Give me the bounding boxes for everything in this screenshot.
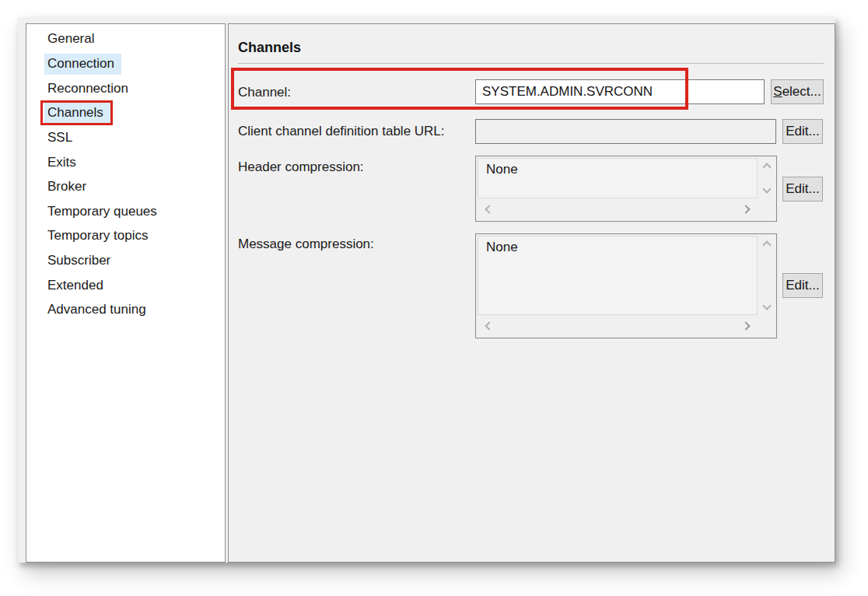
- title-separator: [238, 63, 824, 64]
- header-compression-viewport: None: [478, 158, 758, 198]
- sidebar-item-label: Temporary topics: [44, 226, 155, 247]
- header-compression-edit-button[interactable]: Edit...: [782, 177, 823, 202]
- ccdt-url-input[interactable]: [475, 119, 776, 144]
- page-background: { "annotation": { "color": "#da251d" }, …: [0, 0, 868, 596]
- ccdt-edit-button[interactable]: Edit...: [782, 119, 823, 144]
- channel-input[interactable]: [475, 79, 765, 104]
- scroll-right-icon[interactable]: [741, 205, 750, 213]
- category-list: GeneralConnectionReconnectionChannelsSSL…: [26, 24, 225, 323]
- sidebar-item-extended[interactable]: Extended: [26, 273, 225, 298]
- sidebar-item-subscriber[interactable]: Subscriber: [26, 249, 225, 274]
- sidebar-item-ssl[interactable]: SSL: [26, 126, 225, 151]
- message-compression-listbox[interactable]: None: [475, 233, 777, 338]
- sidebar-item-label: Subscriber: [44, 251, 117, 272]
- sidebar-item-connection[interactable]: Connection: [26, 52, 225, 77]
- preferences-dialog: GeneralConnectionReconnectionChannelsSSL…: [18, 17, 835, 563]
- sidebar-item-reconnection[interactable]: Reconnection: [26, 76, 225, 101]
- channel-label: Channel:: [238, 85, 291, 100]
- sidebar-item-exits[interactable]: Exits: [26, 150, 225, 175]
- sidebar-item-label: Broker: [44, 177, 93, 198]
- header-compression-label: Header compression:: [238, 160, 364, 175]
- sidebar-item-general[interactable]: General: [26, 27, 225, 52]
- sidebar-item-label: Advanced tuning: [44, 300, 153, 321]
- sidebar-item-temporary-topics[interactable]: Temporary topics: [26, 224, 225, 249]
- channels-settings-panel: Channels Channel: Select... Client chann…: [228, 23, 835, 563]
- sidebar-item-broker[interactable]: Broker: [26, 175, 225, 200]
- list-item[interactable]: None: [478, 237, 757, 256]
- scroll-right-icon[interactable]: [741, 321, 750, 330]
- sidebar-item-label: Reconnection: [44, 79, 135, 100]
- message-compression-edit-button[interactable]: Edit...: [782, 273, 823, 298]
- category-sidebar: GeneralConnectionReconnectionChannelsSSL…: [26, 23, 226, 563]
- sidebar-item-label: General: [44, 29, 101, 50]
- sidebar-item-advanced-tuning[interactable]: Advanced tuning: [26, 298, 225, 323]
- sidebar-item-label: Channels: [44, 103, 110, 124]
- sidebar-item-label: Connection: [44, 54, 121, 75]
- scroll-down-icon[interactable]: [762, 301, 771, 310]
- ccdt-url-label: Client channel definition table URL:: [238, 124, 445, 139]
- sidebar-item-label: Temporary queues: [44, 202, 164, 223]
- scroll-down-icon[interactable]: [762, 184, 771, 193]
- sidebar-item-label: SSL: [44, 128, 79, 149]
- scroll-up-icon[interactable]: [762, 163, 771, 171]
- list-item[interactable]: None: [478, 159, 757, 178]
- scroll-left-icon[interactable]: [485, 205, 493, 213]
- message-compression-viewport: None: [478, 236, 758, 315]
- header-compression-listbox[interactable]: None: [475, 156, 777, 222]
- sidebar-item-label: Exits: [44, 153, 83, 174]
- scroll-left-icon[interactable]: [485, 321, 493, 330]
- select-button[interactable]: Select...: [771, 79, 824, 104]
- sidebar-item-temporary-queues[interactable]: Temporary queues: [26, 199, 225, 224]
- sidebar-item-channels[interactable]: Channels: [26, 101, 225, 126]
- sidebar-item-label: Extended: [44, 275, 110, 296]
- scroll-up-icon[interactable]: [762, 240, 771, 249]
- message-compression-label: Message compression:: [238, 237, 374, 252]
- page-title: Channels: [238, 38, 301, 57]
